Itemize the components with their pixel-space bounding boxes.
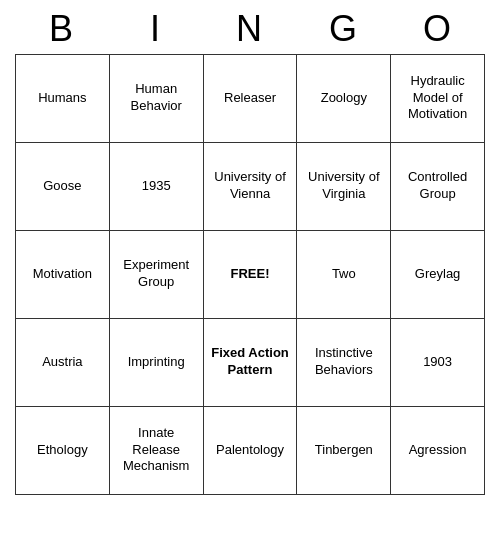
header-letter-i: I bbox=[109, 8, 203, 50]
bingo-cell-r2-c4: Greylag bbox=[391, 230, 485, 318]
table-row: HumansHuman BehaviorReleaserZoologyHydra… bbox=[16, 54, 485, 142]
bingo-cell-r3-c2: Fixed Action Pattern bbox=[203, 318, 297, 406]
bingo-cell-r1-c1: 1935 bbox=[109, 142, 203, 230]
header-letter-b: B bbox=[15, 8, 109, 50]
table-row: MotivationExperiment GroupFREE!TwoGreyla… bbox=[16, 230, 485, 318]
bingo-cell-r2-c0: Motivation bbox=[16, 230, 110, 318]
table-row: AustriaImprintingFixed Action PatternIns… bbox=[16, 318, 485, 406]
bingo-cell-r0-c0: Humans bbox=[16, 54, 110, 142]
table-row: Goose1935University of ViennaUniversity … bbox=[16, 142, 485, 230]
bingo-cell-r0-c1: Human Behavior bbox=[109, 54, 203, 142]
bingo-cell-r2-c3: Two bbox=[297, 230, 391, 318]
bingo-cell-r1-c3: University of Virginia bbox=[297, 142, 391, 230]
bingo-cell-r1-c2: University of Vienna bbox=[203, 142, 297, 230]
bingo-cell-r3-c0: Austria bbox=[16, 318, 110, 406]
header-letter-n: N bbox=[203, 8, 297, 50]
bingo-cell-r4-c2: Palentology bbox=[203, 406, 297, 494]
bingo-cell-r2-c1: Experiment Group bbox=[109, 230, 203, 318]
bingo-cell-r3-c4: 1903 bbox=[391, 318, 485, 406]
bingo-cell-r0-c3: Zoology bbox=[297, 54, 391, 142]
bingo-cell-r3-c3: Instinctive Behaviors bbox=[297, 318, 391, 406]
header-letter-o: O bbox=[391, 8, 485, 50]
bingo-cell-r0-c2: Releaser bbox=[203, 54, 297, 142]
bingo-cell-r4-c1: Innate Release Mechanism bbox=[109, 406, 203, 494]
bingo-cell-r3-c1: Imprinting bbox=[109, 318, 203, 406]
bingo-table: HumansHuman BehaviorReleaserZoologyHydra… bbox=[15, 54, 485, 495]
bingo-cell-r1-c4: Controlled Group bbox=[391, 142, 485, 230]
bingo-cell-r4-c3: Tinbergen bbox=[297, 406, 391, 494]
bingo-cell-r4-c0: Ethology bbox=[16, 406, 110, 494]
bingo-header: BINGO bbox=[15, 8, 485, 50]
bingo-cell-r2-c2: FREE! bbox=[203, 230, 297, 318]
table-row: EthologyInnate Release MechanismPalentol… bbox=[16, 406, 485, 494]
bingo-cell-r0-c4: Hydraulic Model of Motivation bbox=[391, 54, 485, 142]
bingo-cell-r1-c0: Goose bbox=[16, 142, 110, 230]
bingo-cell-r4-c4: Agression bbox=[391, 406, 485, 494]
header-letter-g: G bbox=[297, 8, 391, 50]
